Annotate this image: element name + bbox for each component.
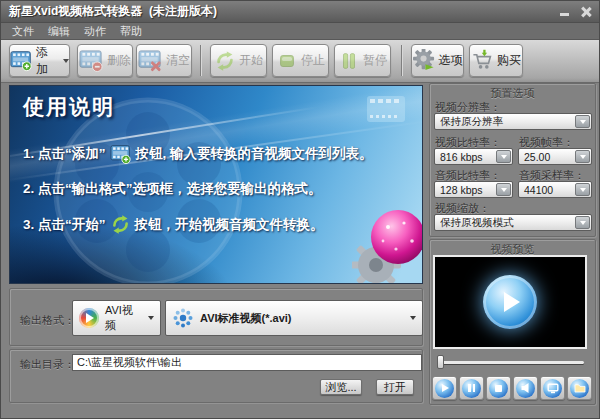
- chevron-down-icon: [496, 150, 511, 163]
- instructions-banner: 使用说明 1. 点击“添加” 按钮, 输入要转换的音视频文件到列表。 2. 点击…: [9, 85, 423, 284]
- film-remove-icon: [79, 49, 104, 72]
- options-button[interactable]: 选项: [411, 44, 464, 77]
- title-bar[interactable]: 新星Xvid视频格式转换器 (未注册版本): [1, 1, 599, 23]
- video-scale-select[interactable]: 保持原视频模式: [434, 214, 592, 231]
- stop-button[interactable]: 停止: [272, 44, 329, 77]
- sphere-gear-art: [352, 207, 423, 284]
- preview-stop-button[interactable]: [486, 376, 511, 400]
- toolbar-separator: [200, 45, 202, 76]
- preview-group: 视频预览: [429, 239, 596, 405]
- instruction-step-2: 2. 点击“输出格式”选项框，选择您要输出的格式。: [23, 180, 322, 198]
- options-button-label: 选项: [439, 52, 463, 69]
- seek-slider-thumb[interactable]: [437, 355, 444, 369]
- film-strip-art: [366, 95, 406, 123]
- samplerate-select[interactable]: 44100: [518, 181, 592, 198]
- menu-help[interactable]: 帮助: [113, 23, 149, 40]
- pause-icon: [462, 379, 481, 398]
- pause-bars-icon: [338, 50, 360, 72]
- blue-dots-icon: [172, 307, 194, 329]
- film-clear-icon: [138, 49, 163, 72]
- preview-volume-button[interactable]: [513, 376, 538, 400]
- minimize-icon: [560, 13, 569, 16]
- camera-icon: [543, 379, 562, 398]
- chevron-down-icon: [63, 59, 69, 63]
- start-button[interactable]: 开始: [210, 44, 267, 77]
- presets-group-title: 预置选项: [430, 86, 595, 101]
- instruction-step-1: 1. 点击“添加” 按钮, 输入要转换的音视频文件到列表。: [23, 144, 373, 164]
- output-directory-label: 输出目录：: [20, 357, 75, 372]
- toolbar-separator: [401, 45, 403, 76]
- chevron-down-icon: [148, 316, 154, 320]
- menu-edit[interactable]: 编辑: [41, 23, 77, 40]
- buy-button[interactable]: 购买: [469, 44, 523, 77]
- resolution-select[interactable]: 保持原分辨率: [434, 113, 592, 130]
- preview-snapshot-button[interactable]: [540, 376, 565, 400]
- format-container-value: AVI视频: [105, 303, 142, 333]
- preview-pause-button[interactable]: [459, 376, 484, 400]
- preview-open-file-button[interactable]: [567, 376, 592, 400]
- format-profile-select[interactable]: AVI标准视频(*.avi): [165, 300, 423, 336]
- instruction-step-3: 3. 点击“开始” 按钮，开始视频音频文件转换。: [23, 214, 324, 235]
- chevron-down-icon: [575, 183, 590, 196]
- window-title: 新星Xvid视频格式转换器 (未注册版本): [9, 3, 217, 20]
- pause-button[interactable]: 暂停: [334, 44, 391, 77]
- remove-button[interactable]: 删除: [77, 44, 133, 77]
- stop-square-icon: [276, 50, 298, 72]
- clear-button[interactable]: 清空: [136, 44, 192, 77]
- menu-bar: 文件 编辑 动作 帮助: [1, 23, 599, 40]
- toolbar: 添加 删除 清空: [1, 40, 599, 83]
- add-button-label: 添加: [36, 44, 58, 78]
- chevron-down-icon: [496, 183, 511, 196]
- video-bitrate-select[interactable]: 816 kbps: [434, 148, 513, 165]
- shopping-cart-icon: [471, 49, 494, 72]
- preview-play-button[interactable]: [432, 376, 457, 400]
- chevron-down-icon: [575, 150, 590, 163]
- remove-button-label: 删除: [107, 52, 131, 69]
- banner-title: 使用说明: [23, 93, 115, 121]
- chevron-down-icon: [410, 316, 416, 320]
- folder-icon: [570, 379, 589, 398]
- output-directory-input[interactable]: [72, 354, 422, 371]
- play-orb-icon: [483, 275, 537, 329]
- buy-button-label: 购买: [497, 52, 521, 69]
- video-preview-screen[interactable]: [433, 255, 587, 349]
- play-icon: [435, 379, 454, 398]
- open-button-label: 打开: [384, 380, 406, 395]
- chevron-down-icon: [575, 115, 590, 128]
- menu-file[interactable]: 文件: [5, 23, 41, 40]
- speaker-icon: [516, 379, 535, 398]
- film-add-icon: [110, 144, 132, 164]
- format-container-select[interactable]: AVI视频: [72, 300, 161, 336]
- chevron-down-icon: [575, 216, 590, 229]
- add-button[interactable]: 添加: [9, 44, 70, 77]
- pause-button-label: 暂停: [363, 52, 387, 69]
- menu-action[interactable]: 动作: [77, 23, 113, 40]
- close-button[interactable]: [581, 7, 591, 17]
- stop-icon: [489, 379, 508, 398]
- framerate-select[interactable]: 25.00: [518, 148, 592, 165]
- media-player-icon: [79, 308, 99, 328]
- clear-button-label: 清空: [166, 52, 190, 69]
- output-directory-group: 输出目录： 浏览... 打开: [9, 349, 423, 403]
- presets-group: 预置选项 视频分辨率： 保持原分辨率 视频比特率： 视频帧率： 816 kbps…: [429, 83, 596, 237]
- convert-arrows-icon: [214, 50, 236, 72]
- browse-button[interactable]: 浏览...: [320, 379, 362, 395]
- open-button[interactable]: 打开: [376, 379, 414, 395]
- audio-bitrate-select[interactable]: 128 kbps: [434, 181, 513, 198]
- film-add-icon: [10, 49, 33, 72]
- start-button-label: 开始: [239, 52, 263, 69]
- format-profile-value: AVI标准视频(*.avi): [200, 311, 291, 326]
- app-window: 新星Xvid视频格式转换器 (未注册版本) 文件 编辑 动作 帮助 添加: [0, 0, 600, 419]
- gear-icon: [413, 49, 436, 72]
- close-icon: [581, 7, 591, 17]
- output-format-label: 输出格式：: [20, 313, 75, 328]
- minimize-button[interactable]: [560, 7, 569, 16]
- seek-slider[interactable]: [438, 361, 584, 364]
- output-format-group: 输出格式： AVI视频 AVI标准视频(*.avi): [9, 288, 423, 346]
- convert-arrows-icon: [110, 214, 131, 235]
- browse-button-label: 浏览...: [325, 380, 356, 395]
- stop-button-label: 停止: [301, 52, 325, 69]
